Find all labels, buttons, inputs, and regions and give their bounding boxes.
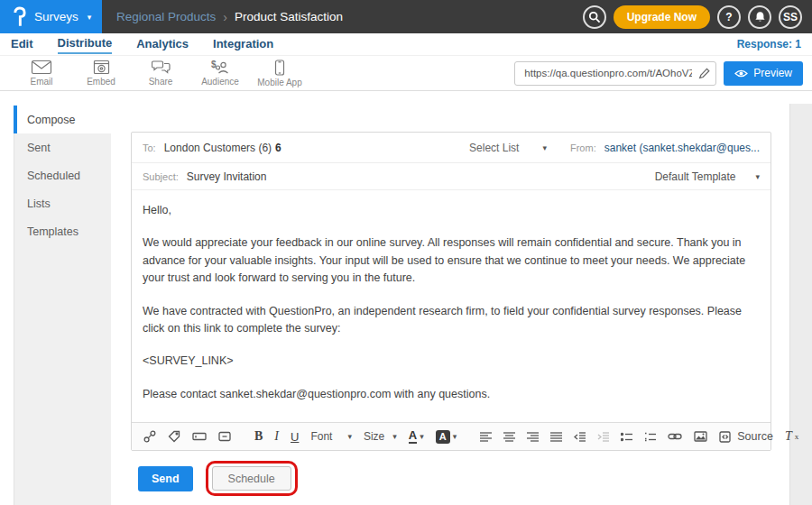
- survey-url-wrap: [514, 61, 716, 86]
- distribute-item-embed[interactable]: Embed: [71, 60, 131, 87]
- justify-button[interactable]: [550, 432, 562, 442]
- insert-link-button[interactable]: [668, 432, 682, 441]
- background-color-icon: A: [436, 430, 450, 444]
- sidebar-item-compose[interactable]: Compose: [14, 106, 111, 133]
- to-label: To:: [143, 142, 156, 153]
- select-list-label: Select List: [469, 142, 519, 154]
- toolbar-right: Preview: [514, 61, 803, 86]
- distribute-content: Compose Sent Scheduled Lists Templates T…: [0, 91, 812, 505]
- tab-integration[interactable]: Integration: [213, 35, 273, 53]
- mobile-app-icon: [274, 60, 285, 76]
- increase-indent-button[interactable]: [597, 432, 609, 442]
- text-field-button[interactable]: [192, 431, 207, 442]
- header-actions: Upgrade Now ? SS: [583, 5, 802, 29]
- compose-card: To: London Customers (6) 6 Select List ▾…: [131, 132, 771, 451]
- response-count-link[interactable]: Response: 1: [737, 38, 801, 50]
- audience-icon: $: [210, 60, 230, 75]
- send-button[interactable]: Send: [138, 466, 193, 491]
- source-button[interactable]: Source: [719, 430, 773, 443]
- align-right-icon: [527, 432, 539, 442]
- survey-url-input[interactable]: [514, 61, 716, 86]
- decrease-indent-button[interactable]: [574, 432, 586, 442]
- underline-button[interactable]: U: [291, 430, 299, 444]
- text-color-icon: A: [409, 429, 417, 444]
- background-color-button[interactable]: A ▾: [436, 430, 457, 444]
- align-center-icon: [503, 432, 515, 442]
- surveys-product-menu[interactable]: Surveys ▾: [0, 0, 102, 33]
- size-dropdown[interactable]: Size ▾: [364, 430, 397, 443]
- tab-analytics[interactable]: Analytics: [136, 35, 189, 53]
- insert-image-button[interactable]: [694, 431, 707, 442]
- preview-label: Preview: [753, 67, 792, 79]
- share-label: Share: [149, 77, 173, 87]
- sidebar-item-scheduled[interactable]: Scheduled: [14, 161, 111, 189]
- mobile-app-label: Mobile App: [257, 78, 301, 87]
- notifications-button[interactable]: [748, 5, 771, 29]
- eye-icon: [734, 69, 748, 78]
- bold-button[interactable]: B: [254, 429, 263, 444]
- avatar[interactable]: SS: [779, 5, 802, 29]
- email-sidebar: Compose Sent Scheduled Lists Templates: [14, 106, 111, 505]
- insert-survey-link-button[interactable]: [143, 430, 156, 443]
- tag-icon: [168, 430, 180, 443]
- bulleted-list-button[interactable]: [621, 432, 632, 442]
- email-label: Email: [30, 77, 52, 87]
- sidebar-item-sent[interactable]: Sent: [14, 133, 111, 161]
- distribute-item-email[interactable]: Email: [12, 60, 71, 87]
- decrease-indent-icon: [574, 432, 586, 442]
- breadcrumb-separator-icon: ›: [223, 10, 227, 24]
- body-paragraph: We would appreciate your feedback in our…: [143, 234, 760, 287]
- embed-label: Embed: [87, 77, 115, 87]
- tab-distribute[interactable]: Distribute: [58, 34, 113, 54]
- email-body-editor[interactable]: Hello, We would appreciate your feedback…: [132, 190, 770, 422]
- template-dropdown[interactable]: Default Template ▾: [655, 170, 760, 183]
- numbered-list-button[interactable]: [644, 432, 656, 442]
- email-icon: [31, 60, 52, 75]
- breadcrumb-current: Product Satisfaction: [235, 10, 343, 23]
- merge-tag-button[interactable]: [168, 430, 180, 443]
- distribute-item-mobile-app[interactable]: Mobile App: [250, 60, 309, 87]
- justify-icon: [550, 432, 562, 442]
- to-value[interactable]: London Customers (6): [164, 142, 272, 154]
- edit-pencil-icon[interactable]: [698, 67, 711, 79]
- image-icon: [694, 431, 707, 442]
- chevron-down-icon: ▾: [392, 432, 397, 441]
- from-value[interactable]: sanket (sanket.shekdar@ques...: [604, 142, 760, 154]
- from-group: From: sanket (sanket.shekdar@ques...: [570, 142, 760, 154]
- sidebar-item-templates[interactable]: Templates: [14, 217, 111, 245]
- search-icon: [588, 11, 601, 23]
- help-button[interactable]: ?: [717, 5, 741, 29]
- subject-label: Subject:: [143, 171, 179, 182]
- remove-format-button[interactable]: Tx: [785, 429, 798, 444]
- source-label: Source: [737, 430, 773, 443]
- link-nodes-icon: [143, 430, 156, 443]
- search-button[interactable]: [583, 5, 606, 29]
- embed-icon: [93, 60, 110, 75]
- preview-button[interactable]: Preview: [724, 61, 803, 86]
- breadcrumb: Regional Products › Product Satisfaction: [116, 10, 343, 24]
- schedule-button[interactable]: Schedule: [212, 466, 291, 491]
- sidebar-item-lists[interactable]: Lists: [14, 189, 111, 217]
- align-left-button[interactable]: [480, 432, 492, 442]
- to-row: To: London Customers (6) 6 Select List ▾…: [132, 133, 770, 163]
- button-field-icon: [218, 431, 231, 442]
- align-center-button[interactable]: [503, 432, 515, 442]
- italic-button[interactable]: I: [274, 429, 279, 444]
- distribute-item-audience[interactable]: $ Audience: [190, 60, 250, 87]
- tab-edit[interactable]: Edit: [11, 35, 33, 53]
- survey-nav: Edit Distribute Analytics Integration Re…: [0, 33, 812, 56]
- font-dropdown[interactable]: Font ▾: [310, 430, 352, 443]
- button-field-button[interactable]: [218, 431, 231, 442]
- distribute-item-share[interactable]: Share: [131, 60, 190, 87]
- select-list-dropdown[interactable]: Select List ▾: [469, 142, 547, 154]
- text-color-button[interactable]: A ▾: [409, 429, 424, 444]
- bulleted-list-icon: [621, 432, 632, 442]
- from-label: From:: [570, 142, 596, 153]
- rich-text-toolbar: B I U Font ▾ Size ▾ A ▾ A ▾: [132, 422, 770, 450]
- chevron-down-icon: ▾: [755, 172, 760, 181]
- upgrade-now-button[interactable]: Upgrade Now: [614, 5, 710, 29]
- schedule-highlight-annotation: Schedule: [206, 461, 298, 496]
- breadcrumb-parent[interactable]: Regional Products: [116, 10, 216, 23]
- subject-value[interactable]: Survey Invitation: [187, 170, 267, 183]
- align-right-button[interactable]: [527, 432, 539, 442]
